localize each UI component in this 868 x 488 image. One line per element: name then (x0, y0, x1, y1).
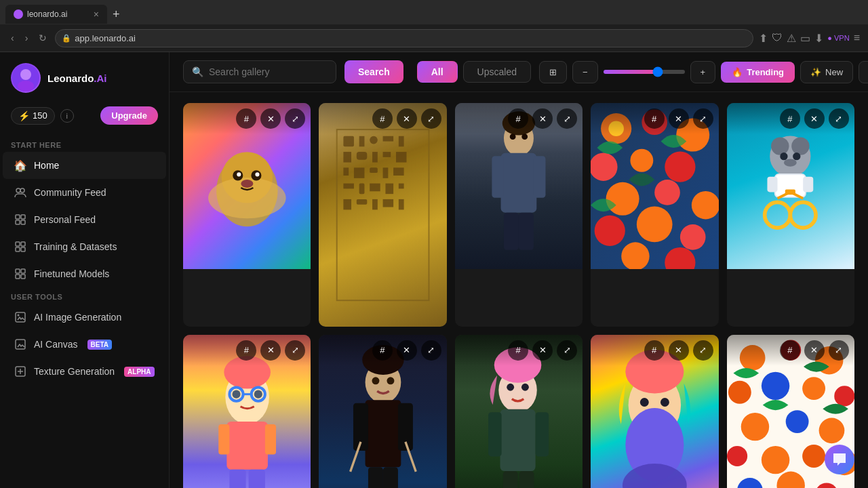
item-action-btn-2[interactable]: ✕ (397, 108, 417, 129)
item-expand-btn[interactable]: ⤢ (557, 108, 577, 129)
svg-rect-90 (785, 190, 795, 195)
item-action-btn-2[interactable]: ✕ (532, 340, 553, 361)
ai-canvas-icon (14, 338, 27, 351)
gallery-item[interactable]: # ✕ ⤢ (183, 335, 311, 488)
lock-icon: 🔒 (62, 34, 71, 43)
sidebar-item-finetuned[interactable]: Finetuned Models (3, 260, 166, 287)
item-action-btn-2[interactable]: ✕ (260, 340, 281, 361)
gallery-item[interactable]: # ✕ ⤢ (727, 103, 854, 327)
filter-all-button[interactable]: All (417, 61, 458, 83)
trending-button[interactable]: 🔥 Trending (721, 62, 795, 83)
svg-rect-11 (16, 247, 20, 251)
new-tab-button[interactable]: + (107, 7, 125, 22)
item-action-btn-2[interactable]: ✕ (669, 340, 689, 361)
gallery-item[interactable]: # ✕ ⤢ (183, 103, 311, 327)
item-action-btn-1[interactable]: # (236, 108, 256, 129)
gallery-item[interactable]: # ✕ ⤢ (591, 335, 718, 488)
item-action-btn-2[interactable]: ✕ (804, 108, 825, 129)
svg-point-97 (254, 390, 262, 399)
gallery-item[interactable]: # ✕ ⤢ (591, 103, 718, 327)
gallery-item[interactable]: # ✕ ⤢ (319, 103, 446, 327)
gallery-grid: # ✕ ⤢ (183, 103, 854, 488)
item-action-btn-1[interactable]: # (236, 340, 256, 361)
item-expand-btn[interactable]: ⤢ (285, 340, 305, 361)
sidebar-item-training-label: Training & Datasets (34, 241, 117, 252)
credits-amount: 150 (33, 110, 47, 121)
gallery-item[interactable]: # ✕ ⤢ (455, 103, 583, 327)
svg-point-137 (785, 410, 808, 433)
filter-upscaled-button[interactable]: Upscaled (463, 61, 531, 83)
download-icon[interactable]: ⬇ (814, 32, 823, 45)
new-button[interactable]: ✨ New (800, 61, 853, 83)
grid-view-button[interactable]: ⊞ (539, 61, 567, 83)
sidebar-item-ai-image[interactable]: AI Image Generation (3, 304, 166, 331)
item-action-btn-1[interactable]: # (372, 340, 393, 361)
item-action-btn-1[interactable]: # (508, 108, 528, 129)
credits-icon: ⚡ (18, 110, 30, 121)
sidebar-item-personal-feed[interactable]: Personal Feed (3, 206, 166, 233)
item-action-btn-2[interactable]: ✕ (397, 340, 417, 361)
item-action-btn-1[interactable]: # (780, 108, 800, 129)
item-expand-btn[interactable]: ⤢ (557, 340, 577, 361)
svg-point-139 (727, 446, 747, 466)
search-input[interactable] (209, 66, 328, 77)
item-expand-btn[interactable]: ⤢ (421, 108, 441, 129)
ai-image-icon (14, 310, 27, 324)
search-button[interactable]: Search (344, 60, 403, 83)
item-expand-btn[interactable]: ⤢ (693, 340, 713, 361)
svg-point-1 (20, 69, 31, 80)
zoom-out-button[interactable]: − (572, 61, 598, 83)
item-expand-btn[interactable]: ⤢ (829, 340, 849, 361)
zoom-slider[interactable] (604, 70, 685, 74)
chat-button[interactable] (825, 445, 854, 474)
sidebar-item-home[interactable]: 🏠 Home (3, 152, 166, 179)
item-action-btn-1[interactable]: # (644, 108, 665, 129)
gallery-item[interactable]: # ✕ ⤢ (455, 335, 583, 488)
sidebar-item-community-feed[interactable]: Community Feed (3, 179, 166, 206)
svg-point-132 (728, 381, 751, 404)
item-action-btn-2[interactable]: ✕ (532, 108, 553, 129)
item-expand-btn[interactable]: ⤢ (421, 340, 441, 361)
item-action-btn-2[interactable]: ✕ (260, 108, 281, 129)
item-action-btn-1[interactable]: # (372, 108, 393, 129)
address-input[interactable] (55, 29, 753, 47)
reload-button[interactable]: ↻ (36, 30, 50, 46)
svg-rect-14 (21, 269, 25, 273)
sidebar-item-texture[interactable]: Texture Generation ALPHA (3, 358, 166, 385)
active-tab[interactable]: leonardo.ai × (5, 5, 107, 24)
top-bar: 🔍 Search All Upscaled ⊞ − + (170, 52, 868, 92)
plus-icon: + (701, 67, 706, 77)
browser-chrome: leonardo.ai × + ‹ › ↻ 🔒 ⬆ 🛡 ⚠ ▭ ⬇ ● VPN … (0, 0, 868, 52)
sidebar-item-ai-canvas[interactable]: AI Canvas BETA (3, 331, 166, 358)
credits-info-button[interactable]: i (60, 109, 74, 123)
warn-icon: ⚠ (787, 32, 796, 45)
sidebar-item-training[interactable]: Training & Datasets (3, 233, 166, 260)
item-expand-btn[interactable]: ⤢ (829, 108, 849, 129)
sidebar-toggle-icon[interactable]: ▭ (800, 32, 810, 45)
zoom-in-button[interactable]: + (690, 61, 716, 83)
svg-point-80 (772, 138, 789, 155)
item-action-btn-2[interactable]: ✕ (669, 108, 689, 129)
item-action-btn-1[interactable]: # (508, 340, 528, 361)
item-action-btn-1[interactable]: # (644, 340, 665, 361)
item-expand-btn[interactable]: ⤢ (285, 108, 305, 129)
share-icon[interactable]: ⬆ (759, 32, 768, 45)
tab-close-button[interactable]: × (94, 9, 99, 20)
gallery-item[interactable]: # ✕ ⤢ (319, 335, 446, 488)
start-here-label: Start Here (0, 136, 169, 152)
upgrade-button[interactable]: Upgrade (100, 106, 158, 125)
menu-icon[interactable]: ≡ (854, 32, 860, 44)
back-button[interactable]: ‹ (8, 30, 17, 46)
item-action-btn-2[interactable]: ✕ (804, 340, 825, 361)
item-action-btn-1[interactable]: # (780, 340, 800, 361)
svg-rect-44 (393, 167, 404, 176)
item-expand-btn[interactable]: ⤢ (693, 108, 713, 129)
svg-point-133 (761, 371, 789, 399)
alpha-badge: ALPHA (124, 367, 154, 377)
svg-point-71 (606, 182, 639, 216)
svg-rect-36 (357, 152, 368, 160)
credits-row: ⚡ 150 i Upgrade (0, 104, 169, 136)
top-button[interactable]: 🏆 Top (859, 61, 868, 83)
forward-button[interactable]: › (22, 30, 31, 46)
svg-point-74 (595, 216, 625, 246)
